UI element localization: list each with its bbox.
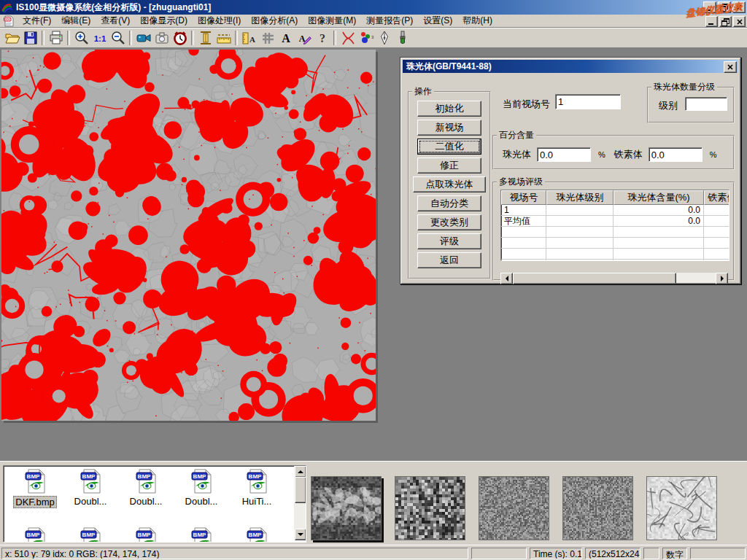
window-title: IS100显微摄像系统(金相分析版) - [zhuguangti01]: [16, 1, 211, 14]
menu-edit[interactable]: 编辑(E): [56, 14, 96, 28]
menu-settings[interactable]: 设置(S): [418, 14, 457, 28]
classify-dots-icon[interactable]: 3: [357, 29, 375, 47]
toolbar-separator: [191, 31, 194, 45]
mdi-restore-icon[interactable]: [719, 16, 732, 27]
toolbar-separator: [235, 31, 238, 45]
caliper-icon[interactable]: [196, 29, 214, 47]
table-row[interactable]: 1 0.0: [501, 205, 729, 216]
binarize-button[interactable]: 二值化: [417, 139, 481, 155]
cell-ferrite: [704, 205, 729, 216]
measure-label-icon[interactable]: A: [240, 29, 258, 47]
file-item[interactable]: [230, 527, 284, 542]
file-item[interactable]: HuiTi...: [230, 469, 284, 507]
menu-image-display[interactable]: 图像显示(D): [135, 14, 193, 28]
current-field-input[interactable]: [555, 94, 621, 109]
grade-button[interactable]: 评级: [417, 233, 481, 249]
open-icon[interactable]: [3, 29, 21, 47]
scroll-down-icon[interactable]: [295, 529, 306, 540]
print-icon[interactable]: [47, 29, 65, 47]
change-class-button[interactable]: 更改类别: [417, 214, 481, 230]
table-row[interactable]: 平均值 0.0: [501, 216, 729, 227]
col-field-no: 视场号: [501, 190, 546, 205]
cell-content: 0.0: [614, 216, 704, 227]
dialog-close-icon[interactable]: [724, 61, 737, 73]
photo-capture-icon[interactable]: [152, 29, 171, 47]
zoom-in-icon[interactable]: [72, 29, 90, 47]
mdi-window-controls: [705, 16, 746, 27]
thumbnail-image[interactable]: [646, 476, 717, 540]
pen-icon[interactable]: [375, 29, 393, 47]
initialize-button[interactable]: 初始化: [417, 101, 481, 117]
return-button[interactable]: 返回: [417, 252, 481, 268]
mdi-minimize-icon[interactable]: [705, 16, 718, 27]
thumbnail-image[interactable]: [562, 476, 633, 540]
close-icon[interactable]: [732, 1, 746, 13]
video-capture-icon[interactable]: [134, 29, 152, 47]
grading-group: 珠光体数量分级 级别: [647, 81, 735, 123]
pick-pearlite-button[interactable]: 点取珠光体: [413, 176, 486, 192]
menu-image-measure[interactable]: 图像测量(M): [303, 14, 361, 28]
scrollbar-track[interactable]: [676, 273, 716, 283]
file-item[interactable]: Doubl...: [63, 469, 117, 507]
file-item[interactable]: [119, 527, 173, 542]
actual-size-icon[interactable]: 1:1: [90, 29, 109, 47]
svg-text:1:1: 1:1: [93, 34, 106, 43]
status-position: x: 510 y: 79 idx: 0 RGB: (174, 174, 174): [1, 548, 468, 559]
file-item[interactable]: [63, 527, 117, 542]
menu-file[interactable]: 文件(F): [18, 14, 56, 28]
thumbnail-image[interactable]: [479, 476, 549, 540]
file-item[interactable]: DKF.bmp: [8, 469, 62, 508]
metallograph-image[interactable]: [1, 50, 376, 421]
mdi-close-icon[interactable]: [733, 16, 746, 27]
menu-view[interactable]: 查看(V): [96, 14, 135, 28]
save-icon[interactable]: [21, 29, 39, 47]
file-item[interactable]: Doubl...: [174, 469, 228, 507]
brush-icon[interactable]: [393, 29, 411, 47]
thumbnail-image[interactable]: [395, 476, 465, 540]
ferrite-input[interactable]: [649, 147, 703, 162]
edit-text-icon[interactable]: A: [295, 29, 313, 47]
zoom-out-icon[interactable]: [109, 29, 127, 47]
thumbnail-image[interactable]: [311, 476, 382, 540]
operation-group: 操作 初始化 新视场 二值化 修正 点取珠光体 自动分类 更改类别 评级 返回: [408, 85, 491, 279]
file-item[interactable]: [8, 527, 62, 542]
file-name: Doubl...: [128, 496, 164, 507]
menu-report[interactable]: 测量报告(P): [361, 14, 418, 28]
help-icon[interactable]: ?: [313, 29, 331, 47]
col-pearlite-grade: 珠光体级别: [546, 190, 614, 205]
document-icon[interactable]: DOC: [3, 15, 15, 27]
file-item[interactable]: Doubl...: [119, 469, 173, 507]
auto-classify-button[interactable]: 自动分类: [417, 195, 481, 211]
correct-button[interactable]: 修正: [417, 158, 481, 174]
menu-help[interactable]: 帮助(H): [457, 14, 498, 28]
ruler-icon[interactable]: [214, 29, 233, 47]
restore-icon[interactable]: [718, 1, 731, 13]
scroll-left-icon[interactable]: [500, 273, 513, 284]
curve-tool-icon[interactable]: [338, 29, 357, 47]
current-field-label: 当前视场号: [503, 98, 550, 111]
scroll-up-icon[interactable]: [295, 466, 306, 478]
text-icon[interactable]: A: [276, 29, 295, 47]
status-mode: 数字: [662, 548, 687, 559]
svg-text:DOC: DOC: [4, 18, 12, 21]
grid-icon[interactable]: [258, 29, 276, 47]
menu-image-process[interactable]: 图像处理(I): [193, 14, 246, 28]
level-input[interactable]: [685, 97, 727, 111]
scroll-right-icon[interactable]: [716, 273, 728, 284]
ferrite-label: 铁素体: [614, 148, 643, 161]
operation-group-title: 操作: [412, 85, 434, 98]
multi-field-group: 多视场评级 视场号 珠光体级别 珠光体含量(%) 铁素体含量(%) 1 0.0: [492, 176, 735, 281]
file-name: Doubl...: [184, 496, 220, 507]
menu-image-analysis[interactable]: 图像分析(A): [246, 14, 303, 28]
file-item[interactable]: [174, 527, 228, 542]
scrollbar-thumb[interactable]: [295, 477, 306, 503]
table-horizontal-scrollbar: [500, 273, 728, 283]
toolbar-separator: [129, 31, 132, 45]
pearlite-input[interactable]: [537, 147, 591, 162]
pearlite-dialog: 珠光体(GB/T9441-88) 操作 初始化 新视场 二值化 修正 点取珠光体…: [400, 57, 741, 284]
col-ferrite-content: 铁素体含量(%): [704, 190, 729, 205]
new-field-button[interactable]: 新视场: [417, 120, 481, 136]
scrollbar-thumb[interactable]: [513, 273, 676, 284]
timer-icon[interactable]: [171, 29, 189, 47]
minimize-icon[interactable]: [703, 1, 716, 13]
